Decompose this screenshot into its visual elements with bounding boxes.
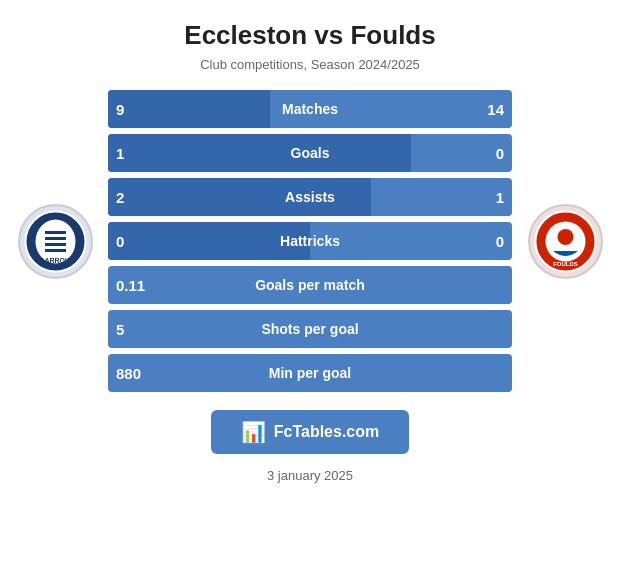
stat-row-min-per-goal: 880 Min per goal xyxy=(108,354,512,392)
svg-point-9 xyxy=(557,229,573,245)
page-title: Eccleston vs Foulds xyxy=(184,20,435,51)
matches-label: Matches xyxy=(108,101,512,117)
matches-right-value: 14 xyxy=(487,101,504,118)
fctables-label: FcTables.com xyxy=(274,423,380,441)
svg-rect-4 xyxy=(45,243,66,246)
logo-right: FOULDS xyxy=(520,204,610,279)
hattricks-label: Hattricks xyxy=(108,233,512,249)
min-per-goal-label: Min per goal xyxy=(108,365,512,381)
assists-right-value: 1 xyxy=(496,189,504,206)
stats-container: 9 Matches 14 1 Goals 0 2 Assists 1 0 Hat… xyxy=(100,90,520,392)
svg-text:BARROW: BARROW xyxy=(39,257,72,264)
stat-row-matches: 9 Matches 14 xyxy=(108,90,512,128)
stat-row-goals: 1 Goals 0 xyxy=(108,134,512,172)
stat-row-shots-per-goal: 5 Shots per goal xyxy=(108,310,512,348)
right-team-badge: FOULDS xyxy=(528,204,603,279)
fctables-icon: 📊 xyxy=(241,420,266,444)
logo-left: BARROW xyxy=(10,204,100,279)
shots-per-goal-label: Shots per goal xyxy=(108,321,512,337)
svg-rect-3 xyxy=(45,237,66,240)
hattricks-right-value: 0 xyxy=(496,233,504,250)
left-team-badge: BARROW xyxy=(18,204,93,279)
goals-label: Goals xyxy=(108,145,512,161)
svg-text:FOULDS: FOULDS xyxy=(553,261,578,267)
goals-right-value: 0 xyxy=(496,145,504,162)
svg-rect-5 xyxy=(45,249,66,252)
main-comparison-area: BARROW 9 Matches 14 1 Goals 0 2 Assists … xyxy=(10,90,610,392)
fctables-banner[interactable]: 📊 FcTables.com xyxy=(211,410,410,454)
footer-date: 3 january 2025 xyxy=(267,468,353,483)
page-subtitle: Club competitions, Season 2024/2025 xyxy=(200,57,420,72)
stat-row-goals-per-match: 0.11 Goals per match xyxy=(108,266,512,304)
goals-per-match-label: Goals per match xyxy=(108,277,512,293)
svg-rect-2 xyxy=(45,231,66,234)
stat-row-hattricks: 0 Hattricks 0 xyxy=(108,222,512,260)
assists-label: Assists xyxy=(108,189,512,205)
stat-row-assists: 2 Assists 1 xyxy=(108,178,512,216)
